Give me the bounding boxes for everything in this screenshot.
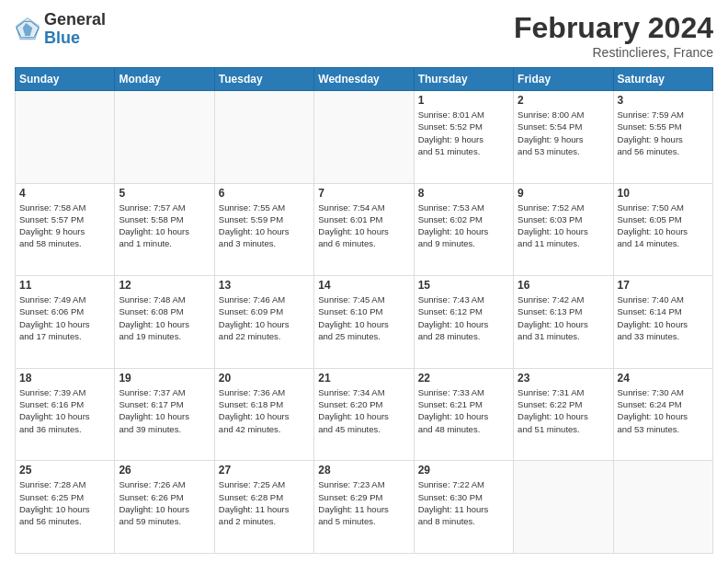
day-info: Sunrise: 7:52 AM Sunset: 6:03 PM Dayligh… bbox=[518, 201, 609, 250]
day-number: 14 bbox=[318, 279, 409, 292]
day-info: Sunrise: 7:22 AM Sunset: 6:30 PM Dayligh… bbox=[418, 478, 509, 527]
table-row bbox=[314, 91, 414, 184]
table-row: 3Sunrise: 7:59 AM Sunset: 5:55 PM Daylig… bbox=[613, 91, 712, 184]
calendar-table: Sunday Monday Tuesday Wednesday Thursday… bbox=[15, 67, 713, 554]
table-row: 15Sunrise: 7:43 AM Sunset: 6:12 PM Dayli… bbox=[414, 276, 513, 369]
col-friday: Friday bbox=[514, 68, 613, 91]
day-number: 12 bbox=[119, 279, 210, 292]
table-row: 21Sunrise: 7:34 AM Sunset: 6:20 PM Dayli… bbox=[314, 368, 414, 461]
day-info: Sunrise: 7:43 AM Sunset: 6:12 PM Dayligh… bbox=[418, 293, 509, 342]
day-info: Sunrise: 7:55 AM Sunset: 5:59 PM Dayligh… bbox=[219, 201, 310, 250]
col-saturday: Saturday bbox=[613, 68, 712, 91]
day-number: 15 bbox=[418, 279, 509, 292]
col-wednesday: Wednesday bbox=[314, 68, 414, 91]
day-number: 26 bbox=[119, 464, 210, 477]
table-row: 19Sunrise: 7:37 AM Sunset: 6:17 PM Dayli… bbox=[115, 368, 214, 461]
table-row: 14Sunrise: 7:45 AM Sunset: 6:10 PM Dayli… bbox=[314, 276, 414, 369]
day-info: Sunrise: 7:28 AM Sunset: 6:25 PM Dayligh… bbox=[19, 478, 110, 527]
calendar-week-row: 18Sunrise: 7:39 AM Sunset: 6:16 PM Dayli… bbox=[16, 368, 713, 461]
day-info: Sunrise: 7:23 AM Sunset: 6:29 PM Dayligh… bbox=[318, 478, 409, 527]
table-row: 26Sunrise: 7:26 AM Sunset: 6:26 PM Dayli… bbox=[115, 461, 214, 554]
table-row: 11Sunrise: 7:49 AM Sunset: 6:06 PM Dayli… bbox=[16, 276, 115, 369]
page: General Blue February 2024 Restinclieres… bbox=[0, 0, 728, 563]
calendar-header-row: Sunday Monday Tuesday Wednesday Thursday… bbox=[16, 68, 713, 91]
table-row bbox=[214, 91, 313, 184]
table-row: 27Sunrise: 7:25 AM Sunset: 6:28 PM Dayli… bbox=[214, 461, 313, 554]
day-info: Sunrise: 7:48 AM Sunset: 6:08 PM Dayligh… bbox=[119, 293, 210, 342]
day-number: 18 bbox=[19, 372, 110, 385]
day-number: 10 bbox=[618, 187, 709, 200]
table-row: 6Sunrise: 7:55 AM Sunset: 5:59 PM Daylig… bbox=[214, 183, 313, 276]
table-row bbox=[16, 91, 115, 184]
table-row: 18Sunrise: 7:39 AM Sunset: 6:16 PM Dayli… bbox=[16, 368, 115, 461]
table-row: 2Sunrise: 8:00 AM Sunset: 5:54 PM Daylig… bbox=[514, 91, 613, 184]
day-number: 20 bbox=[219, 372, 310, 385]
day-info: Sunrise: 7:26 AM Sunset: 6:26 PM Dayligh… bbox=[119, 478, 210, 527]
calendar-week-row: 4Sunrise: 7:58 AM Sunset: 5:57 PM Daylig… bbox=[16, 183, 713, 276]
day-number: 9 bbox=[518, 187, 609, 200]
col-tuesday: Tuesday bbox=[214, 68, 313, 91]
logo-blue-text: Blue bbox=[44, 29, 106, 48]
table-row: 7Sunrise: 7:54 AM Sunset: 6:01 PM Daylig… bbox=[314, 183, 414, 276]
logo-icon bbox=[15, 17, 40, 42]
day-number: 23 bbox=[518, 372, 609, 385]
day-number: 5 bbox=[119, 187, 210, 200]
day-info: Sunrise: 7:42 AM Sunset: 6:13 PM Dayligh… bbox=[518, 293, 609, 342]
day-info: Sunrise: 8:01 AM Sunset: 5:52 PM Dayligh… bbox=[418, 109, 509, 157]
title-block: February 2024 Restinclieres, France bbox=[514, 11, 713, 60]
day-info: Sunrise: 7:53 AM Sunset: 6:02 PM Dayligh… bbox=[418, 201, 509, 250]
table-row: 28Sunrise: 7:23 AM Sunset: 6:29 PM Dayli… bbox=[314, 461, 414, 554]
table-row: 12Sunrise: 7:48 AM Sunset: 6:08 PM Dayli… bbox=[115, 276, 214, 369]
table-row bbox=[613, 461, 712, 554]
day-number: 25 bbox=[19, 464, 110, 477]
table-row: 16Sunrise: 7:42 AM Sunset: 6:13 PM Dayli… bbox=[514, 276, 613, 369]
day-info: Sunrise: 7:50 AM Sunset: 6:05 PM Dayligh… bbox=[618, 201, 709, 250]
day-number: 1 bbox=[418, 94, 509, 107]
day-number: 6 bbox=[219, 187, 310, 200]
day-number: 16 bbox=[518, 279, 609, 292]
table-row: 8Sunrise: 7:53 AM Sunset: 6:02 PM Daylig… bbox=[414, 183, 513, 276]
day-info: Sunrise: 7:45 AM Sunset: 6:10 PM Dayligh… bbox=[318, 293, 409, 342]
table-row: 13Sunrise: 7:46 AM Sunset: 6:09 PM Dayli… bbox=[214, 276, 313, 369]
day-info: Sunrise: 7:39 AM Sunset: 6:16 PM Dayligh… bbox=[19, 386, 110, 435]
day-info: Sunrise: 7:33 AM Sunset: 6:21 PM Dayligh… bbox=[418, 386, 509, 435]
col-monday: Monday bbox=[115, 68, 214, 91]
day-number: 11 bbox=[19, 279, 110, 292]
header: General Blue February 2024 Restinclieres… bbox=[15, 11, 713, 60]
day-number: 17 bbox=[618, 279, 709, 292]
table-row bbox=[514, 461, 613, 554]
calendar-location: Restinclieres, France bbox=[514, 45, 713, 60]
table-row: 29Sunrise: 7:22 AM Sunset: 6:30 PM Dayli… bbox=[414, 461, 513, 554]
day-info: Sunrise: 7:46 AM Sunset: 6:09 PM Dayligh… bbox=[219, 293, 310, 342]
logo-text: General Blue bbox=[44, 11, 106, 48]
table-row: 10Sunrise: 7:50 AM Sunset: 6:05 PM Dayli… bbox=[613, 183, 712, 276]
day-info: Sunrise: 7:40 AM Sunset: 6:14 PM Dayligh… bbox=[618, 293, 709, 342]
logo: General Blue bbox=[15, 11, 106, 48]
day-info: Sunrise: 8:00 AM Sunset: 5:54 PM Dayligh… bbox=[518, 109, 609, 157]
day-info: Sunrise: 7:31 AM Sunset: 6:22 PM Dayligh… bbox=[518, 386, 609, 435]
calendar-week-row: 11Sunrise: 7:49 AM Sunset: 6:06 PM Dayli… bbox=[16, 276, 713, 369]
logo-general-text: General bbox=[44, 11, 106, 29]
table-row: 4Sunrise: 7:58 AM Sunset: 5:57 PM Daylig… bbox=[16, 183, 115, 276]
day-number: 28 bbox=[318, 464, 409, 477]
day-number: 2 bbox=[518, 94, 609, 107]
day-number: 13 bbox=[219, 279, 310, 292]
col-thursday: Thursday bbox=[414, 68, 513, 91]
day-number: 24 bbox=[618, 372, 709, 385]
day-number: 22 bbox=[418, 372, 509, 385]
table-row: 17Sunrise: 7:40 AM Sunset: 6:14 PM Dayli… bbox=[613, 276, 712, 369]
day-number: 27 bbox=[219, 464, 310, 477]
calendar-title: February 2024 bbox=[514, 11, 713, 45]
day-info: Sunrise: 7:36 AM Sunset: 6:18 PM Dayligh… bbox=[219, 386, 310, 435]
table-row: 9Sunrise: 7:52 AM Sunset: 6:03 PM Daylig… bbox=[514, 183, 613, 276]
col-sunday: Sunday bbox=[16, 68, 115, 91]
table-row: 22Sunrise: 7:33 AM Sunset: 6:21 PM Dayli… bbox=[414, 368, 513, 461]
calendar-week-row: 25Sunrise: 7:28 AM Sunset: 6:25 PM Dayli… bbox=[16, 461, 713, 554]
calendar-week-row: 1Sunrise: 8:01 AM Sunset: 5:52 PM Daylig… bbox=[16, 91, 713, 184]
table-row: 5Sunrise: 7:57 AM Sunset: 5:58 PM Daylig… bbox=[115, 183, 214, 276]
day-info: Sunrise: 7:30 AM Sunset: 6:24 PM Dayligh… bbox=[618, 386, 709, 435]
day-info: Sunrise: 7:59 AM Sunset: 5:55 PM Dayligh… bbox=[618, 109, 709, 157]
day-number: 19 bbox=[119, 372, 210, 385]
day-number: 4 bbox=[19, 187, 110, 200]
day-info: Sunrise: 7:54 AM Sunset: 6:01 PM Dayligh… bbox=[318, 201, 409, 250]
